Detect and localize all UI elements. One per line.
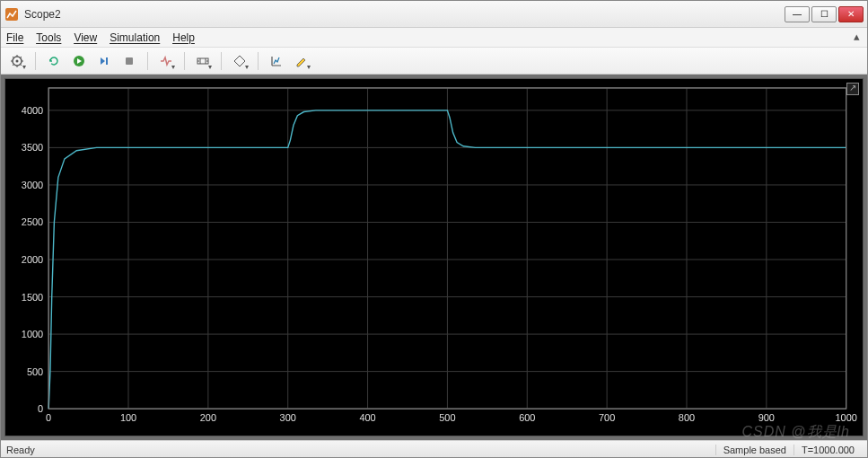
menu-simulation[interactable]: Simulation <box>110 31 160 44</box>
svg-text:4000: 4000 <box>22 105 43 116</box>
svg-text:600: 600 <box>519 412 535 423</box>
menu-file[interactable]: File <box>6 31 23 44</box>
maximize-axes-icon[interactable] <box>846 83 859 95</box>
title-bar: Scope2 — ☐ ✕ <box>1 1 867 28</box>
toolbar <box>1 48 867 75</box>
menu-view[interactable]: View <box>74 31 97 44</box>
stop-button[interactable] <box>118 50 140 72</box>
status-mode: Sample based <box>715 445 793 455</box>
svg-text:900: 900 <box>758 412 775 423</box>
svg-text:3500: 3500 <box>22 142 43 153</box>
app-icon <box>4 7 19 22</box>
maximize-button[interactable]: ☐ <box>811 6 837 22</box>
svg-text:2000: 2000 <box>22 254 43 265</box>
toolbar-separator <box>147 52 148 70</box>
status-text: Ready <box>6 445 715 455</box>
toolbar-separator <box>35 52 36 70</box>
svg-text:0: 0 <box>38 403 43 414</box>
window-title: Scope2 <box>24 8 785 21</box>
status-time: T=1000.000 <box>793 445 862 455</box>
svg-text:1000: 1000 <box>836 412 857 423</box>
svg-text:800: 800 <box>679 412 695 423</box>
svg-text:2500: 2500 <box>22 216 43 227</box>
svg-text:100: 100 <box>120 412 136 423</box>
svg-text:0: 0 <box>46 412 51 423</box>
scale-y-button[interactable] <box>266 50 287 72</box>
svg-rect-4 <box>106 57 108 65</box>
toolbar-separator <box>258 52 259 70</box>
zoom-button[interactable] <box>229 50 250 72</box>
svg-rect-5 <box>126 57 133 65</box>
window-controls: — ☐ ✕ <box>785 6 864 22</box>
run-button[interactable] <box>68 50 90 72</box>
highlight-button[interactable] <box>291 50 312 72</box>
status-bar: Ready Sample based T=1000.000 <box>1 440 867 458</box>
menu-help[interactable]: Help <box>172 31 195 44</box>
svg-text:1500: 1500 <box>22 292 43 303</box>
svg-text:3000: 3000 <box>22 180 43 190</box>
svg-text:500: 500 <box>439 412 455 423</box>
menu-tools[interactable]: Tools <box>36 31 61 44</box>
scope-chart: 0100200300400500600700800900100005001000… <box>5 79 863 436</box>
menu-bar: File Tools View Simulation Help ▴ <box>1 28 867 48</box>
cursor-measurements-button[interactable] <box>192 50 214 72</box>
svg-text:500: 500 <box>27 366 43 377</box>
svg-text:200: 200 <box>200 412 216 423</box>
plot-container: 0100200300400500600700800900100005001000… <box>1 75 867 440</box>
plot-area[interactable]: 0100200300400500600700800900100005001000… <box>4 78 864 436</box>
svg-text:700: 700 <box>599 412 615 423</box>
close-button[interactable]: ✕ <box>838 6 864 22</box>
svg-text:1000: 1000 <box>22 329 43 339</box>
configure-button[interactable] <box>6 50 28 72</box>
step-forward-button[interactable] <box>93 50 115 72</box>
toolbar-dropdown-icon[interactable]: ▴ <box>854 30 860 43</box>
minimize-button[interactable]: — <box>785 6 810 22</box>
svg-text:400: 400 <box>359 412 375 423</box>
restart-button[interactable] <box>43 50 65 72</box>
toolbar-separator <box>184 52 185 70</box>
triggers-button[interactable] <box>155 50 177 72</box>
svg-text:300: 300 <box>280 412 296 423</box>
svg-point-2 <box>16 59 19 62</box>
toolbar-separator <box>221 52 222 70</box>
